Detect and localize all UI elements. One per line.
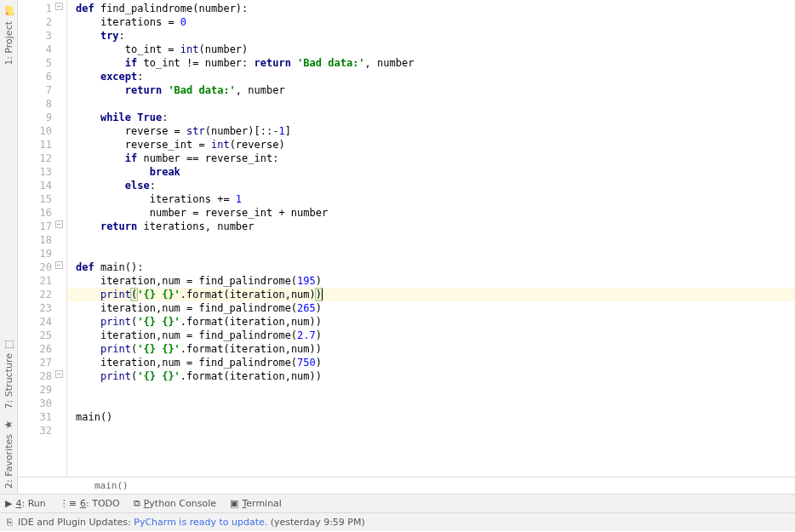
- code-line[interactable]: except:: [76, 70, 795, 83]
- line-number[interactable]: 11: [23, 138, 54, 152]
- line-number[interactable]: 15: [23, 192, 54, 206]
- line-number[interactable]: 1: [23, 2, 54, 15]
- code-line[interactable]: else:: [76, 179, 795, 192]
- line-number[interactable]: 25: [23, 329, 54, 342]
- code-line[interactable]: iteration,num = find_palindrome(265): [76, 301, 795, 315]
- code-line[interactable]: if to_int != number: return 'Bad data:',…: [76, 56, 795, 70]
- fold-row: [55, 354, 66, 368]
- code-line[interactable]: to_int = int(number): [76, 43, 795, 56]
- token: iteration,num = find_palindrome(: [100, 275, 297, 287]
- project-label: 1: Project: [3, 21, 14, 66]
- fold-row: [55, 204, 66, 218]
- code-line[interactable]: [76, 97, 795, 111]
- line-number[interactable]: 26: [23, 342, 54, 356]
- line-number[interactable]: 17: [23, 220, 54, 233]
- line-number[interactable]: 21: [23, 274, 54, 288]
- code-line[interactable]: while True:: [76, 111, 795, 124]
- token: (number):: [192, 3, 248, 14]
- line-number[interactable]: 14: [23, 179, 54, 192]
- fold-column[interactable]: −−−−: [55, 0, 67, 477]
- code-line[interactable]: def main():: [76, 260, 795, 274]
- fold-toggle-icon[interactable]: −: [55, 261, 63, 269]
- line-number[interactable]: 9: [23, 111, 54, 124]
- line-number[interactable]: 10: [23, 124, 54, 138]
- toolwindow-button[interactable]: ▶4: Run: [5, 498, 46, 509]
- fold-row: [55, 109, 66, 123]
- toolwindow-label: Terminal: [242, 498, 282, 509]
- code-line[interactable]: [76, 233, 795, 247]
- fold-row: [55, 381, 66, 395]
- code-line[interactable]: [76, 397, 795, 410]
- line-number[interactable]: 23: [23, 301, 54, 315]
- line-number[interactable]: 13: [23, 165, 54, 179]
- line-number[interactable]: 29: [23, 383, 54, 397]
- code-line[interactable]: reverse = str(number)[::-1]: [76, 124, 795, 138]
- fold-toggle-icon[interactable]: −: [55, 220, 63, 228]
- line-number[interactable]: 6: [23, 70, 54, 83]
- line-number[interactable]: 7: [23, 83, 54, 97]
- sidebar-item-favorites[interactable]: 2: Favorites ★: [1, 414, 16, 494]
- line-number[interactable]: 27: [23, 356, 54, 369]
- sidebar-item-structure[interactable]: 7: Structure ⬚: [1, 333, 16, 414]
- code-line[interactable]: iteration,num = find_palindrome(750): [76, 356, 795, 369]
- line-number[interactable]: 28: [23, 369, 54, 383]
- code-editor[interactable]: 1234567891011121314151617181920212223242…: [18, 0, 795, 477]
- code-line[interactable]: return 'Bad data:', number: [76, 83, 795, 97]
- line-number[interactable]: 19: [23, 247, 54, 260]
- code-line[interactable]: break: [76, 165, 795, 179]
- token: , number: [365, 57, 415, 69]
- code-line[interactable]: reverse_int = int(reverse): [76, 138, 795, 152]
- line-number[interactable]: 30: [23, 397, 54, 410]
- code-line[interactable]: print('{} {}'.format(iteration,num)): [76, 342, 795, 356]
- toolwindow-icon: ▶: [5, 498, 12, 509]
- line-number[interactable]: 2: [23, 15, 54, 29]
- line-number[interactable]: 20: [23, 260, 54, 274]
- fold-row: [55, 68, 66, 82]
- code-line[interactable]: return iterations, number: [76, 220, 795, 233]
- breadcrumb[interactable]: main(): [18, 477, 795, 494]
- line-number[interactable]: 5: [23, 56, 54, 70]
- line-number[interactable]: 24: [23, 315, 54, 329]
- line-number[interactable]: 4: [23, 43, 54, 56]
- code-line[interactable]: try:: [76, 29, 795, 43]
- line-number-gutter[interactable]: 1234567891011121314151617181920212223242…: [18, 0, 55, 477]
- line-number[interactable]: 31: [23, 410, 54, 424]
- token: return: [125, 84, 169, 96]
- line-number[interactable]: 32: [23, 424, 54, 438]
- fold-row: [55, 340, 66, 354]
- code-line[interactable]: main(): [76, 410, 795, 424]
- token: ():: [125, 261, 144, 273]
- line-number[interactable]: 18: [23, 233, 54, 247]
- code-line[interactable]: [76, 247, 795, 260]
- fold-row: [55, 191, 66, 204]
- line-number[interactable]: 8: [23, 97, 54, 111]
- code-line[interactable]: number = reverse_int + number: [76, 206, 795, 220]
- line-number[interactable]: 3: [23, 29, 54, 43]
- code-line[interactable]: iterations += 1: [76, 192, 795, 206]
- code-content[interactable]: def find_palindrome(number): iterations …: [67, 0, 795, 477]
- code-line[interactable]: [76, 383, 795, 397]
- code-line[interactable]: iterations = 0: [76, 15, 795, 29]
- code-line[interactable]: if number == reverse_int:: [76, 152, 795, 165]
- code-line[interactable]: def find_palindrome(number):: [76, 2, 795, 15]
- toolwindow-button[interactable]: ⋮≡6: TODO: [60, 498, 120, 509]
- token: 265: [297, 302, 316, 314]
- line-number[interactable]: 12: [23, 152, 54, 165]
- sidebar-item-project[interactable]: 1: Project 📁: [1, 0, 16, 71]
- event-log-icon[interactable]: ⎘: [7, 517, 13, 528]
- token: :: [137, 71, 143, 83]
- fold-row: −: [55, 0, 66, 14]
- fold-toggle-icon[interactable]: −: [55, 370, 63, 378]
- code-line[interactable]: iteration,num = find_palindrome(2.7): [76, 329, 795, 342]
- toolwindow-button[interactable]: ⧉Python Console: [134, 498, 216, 509]
- token: to_int != number:: [143, 57, 254, 69]
- line-number[interactable]: 16: [23, 206, 54, 220]
- code-line[interactable]: print('{} {}'.format(iteration,num)): [76, 315, 795, 329]
- line-number[interactable]: 22: [23, 288, 54, 301]
- code-line[interactable]: print('{} {}'.format(iteration,num)): [76, 369, 795, 383]
- update-link[interactable]: PyCharm is ready to update.: [134, 517, 267, 528]
- toolwindow-button[interactable]: ▣Terminal: [230, 498, 282, 509]
- fold-toggle-icon[interactable]: −: [55, 3, 63, 10]
- code-line[interactable]: [76, 424, 795, 438]
- code-line[interactable]: iteration,num = find_palindrome(195): [76, 274, 795, 288]
